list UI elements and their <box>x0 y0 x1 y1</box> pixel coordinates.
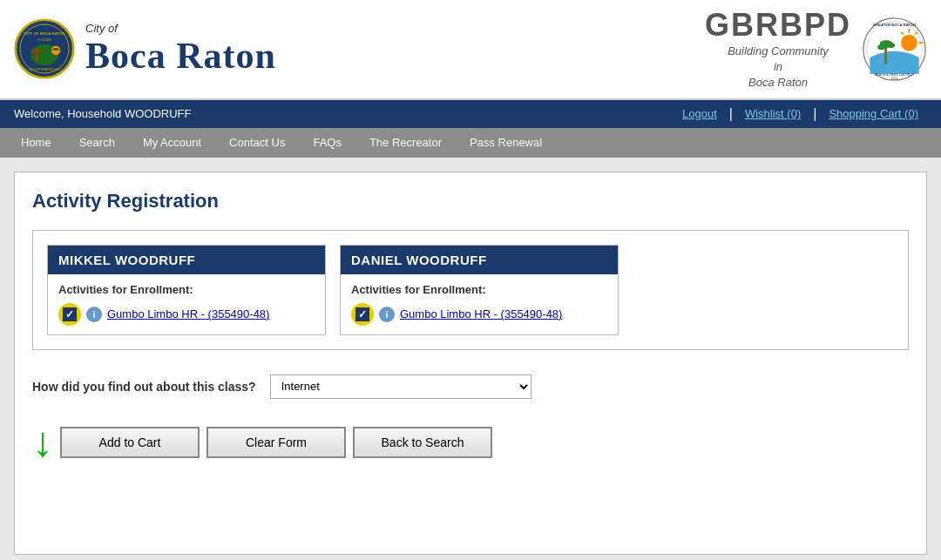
page-title: Activity Registration <box>32 190 909 213</box>
person-body-mikkel: Activities for Enrollment: ✓ i Gumbo Lim… <box>48 274 325 334</box>
nav-pass-renewal[interactable]: Pass Renewal <box>456 128 556 158</box>
gbrbpd-title: GBRBPD <box>705 7 851 44</box>
how-found-select[interactable]: Internet Newspaper Friend/Word of Mouth … <box>270 374 531 399</box>
person-name-daniel: DANIEL WOODRUFF <box>341 246 618 274</box>
activity-link-mikkel[interactable]: Gumbo Limbo HR - (355490-48) <box>107 307 269 320</box>
gbrbpd-subtitle: Building Community in Boca Raton <box>705 44 851 91</box>
city-name-label: Boca Raton <box>85 35 276 77</box>
how-found-row: How did you find out about this class? I… <box>32 368 909 406</box>
header-right: GBRBPD Building Community in Boca Raton … <box>705 7 927 91</box>
person-card-mikkel: MIKKEL WOODRUFF Activities for Enrollmen… <box>47 245 326 335</box>
park-seal-icon: GREATER BOCA RATON BEACH & PARK DISTRICT… <box>862 17 927 82</box>
logout-link[interactable]: Logout <box>682 107 717 120</box>
svg-text:BEACH & PARK DISTRICT: BEACH & PARK DISTRICT <box>875 72 915 76</box>
top-nav-bar: Welcome, Household WOODRUFF Logout | Wis… <box>0 100 941 128</box>
checkbox-highlight-daniel: ✓ <box>351 303 374 326</box>
add-to-cart-button[interactable]: Add to Cart <box>60 427 200 458</box>
green-arrow-icon: ↓ <box>32 422 53 463</box>
city-of-label: City of <box>85 22 276 35</box>
svg-text:INCORPORATED 1925: INCORPORATED 1925 <box>29 68 61 71</box>
svg-rect-6 <box>30 51 43 53</box>
nav-faqs[interactable]: FAQs <box>299 128 355 158</box>
content-box: Activity Registration MIKKEL WOODRUFF Ac… <box>14 172 927 555</box>
svg-point-11 <box>901 34 917 51</box>
info-icon-daniel[interactable]: i <box>379 307 395 322</box>
activity-row-mikkel: ✓ i Gumbo Limbo HR - (355490-48) <box>58 303 315 326</box>
shopping-cart-link[interactable]: Shopping Cart (0) <box>829 107 918 120</box>
bottom-area: ↓ Add to Cart Clear Form Back to Search <box>32 420 909 465</box>
person-body-daniel: Activities for Enrollment: ✓ i Gumbo Lim… <box>341 274 618 334</box>
clear-form-button[interactable]: Clear Form <box>206 427 346 458</box>
checkbox-highlight-mikkel: ✓ <box>58 303 81 326</box>
city-name-block: City of Boca Raton <box>85 22 276 77</box>
activity-link-daniel[interactable]: Gumbo Limbo HR - (355490-48) <box>400 307 562 320</box>
back-to-search-button[interactable]: Back to Search <box>353 427 492 458</box>
page-header: CITY OF BOCA RATON FLORIDA INCORPORATED … <box>0 0 941 100</box>
header-left: CITY OF BOCA RATON FLORIDA INCORPORATED … <box>14 18 276 79</box>
nav-the-recreator[interactable]: The Recreator <box>355 128 456 158</box>
nav-search[interactable]: Search <box>65 128 129 158</box>
city-seal-icon: CITY OF BOCA RATON FLORIDA INCORPORATED … <box>14 18 75 79</box>
checkbox-daniel[interactable]: ✓ <box>355 307 369 321</box>
arrow-container: ↓ <box>32 422 60 463</box>
gbrbpd-block: GBRBPD Building Community in Boca Raton <box>705 7 851 91</box>
welcome-text: Welcome, Household WOODRUFF <box>14 107 674 120</box>
svg-text:1974: 1974 <box>890 78 897 81</box>
buttons-row: Add to Cart Clear Form Back to Search <box>60 420 492 465</box>
svg-text:FLORIDA: FLORIDA <box>37 39 51 43</box>
enrollment-label-daniel: Activities for Enrollment: <box>351 283 607 296</box>
how-found-label: How did you find out about this class? <box>32 380 256 394</box>
cards-container: MIKKEL WOODRUFF Activities for Enrollmen… <box>32 230 909 350</box>
svg-rect-5 <box>36 48 39 62</box>
person-name-mikkel: MIKKEL WOODRUFF <box>48 246 325 274</box>
enrollment-label-mikkel: Activities for Enrollment: <box>58 283 315 296</box>
info-icon-mikkel[interactable]: i <box>86 307 102 322</box>
wishlist-link[interactable]: Wishlist (0) <box>745 107 801 120</box>
main-nav-bar: Home Search My Account Contact Us FAQs T… <box>0 128 941 158</box>
person-card-daniel: DANIEL WOODRUFF Activities for Enrollmen… <box>340 245 619 335</box>
content-area: Activity Registration MIKKEL WOODRUFF Ac… <box>0 158 941 560</box>
nav-contact-us[interactable]: Contact Us <box>215 128 299 158</box>
activity-row-daniel: ✓ i Gumbo Limbo HR - (355490-48) <box>351 303 607 326</box>
svg-text:CITY OF BOCA RATON: CITY OF BOCA RATON <box>24 32 64 37</box>
svg-text:GREATER BOCA RATON: GREATER BOCA RATON <box>873 23 916 27</box>
checkbox-mikkel[interactable]: ✓ <box>63 307 77 321</box>
nav-home[interactable]: Home <box>7 128 65 158</box>
nav-my-account[interactable]: My Account <box>129 128 215 158</box>
